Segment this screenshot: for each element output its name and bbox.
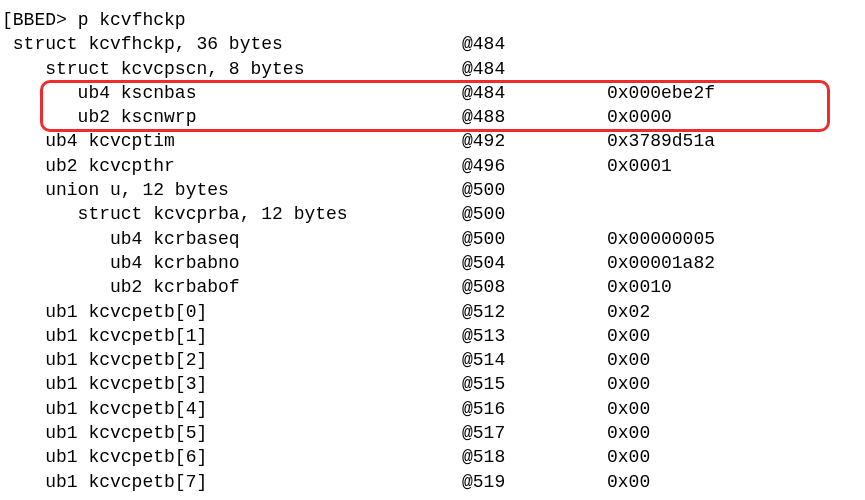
field-value: 0x3789d51a bbox=[607, 129, 715, 153]
output-row: ub1 kcvcpetb[5]@5170x00 bbox=[2, 421, 865, 445]
field-offset: @515 bbox=[462, 372, 607, 396]
field-value: 0x00000005 bbox=[607, 227, 715, 251]
output-row: ub2 kscnwrp@4880x0000 bbox=[2, 105, 865, 129]
output-row: ub4 kcrbabno@5040x00001a82 bbox=[2, 251, 865, 275]
field-offset: @508 bbox=[462, 275, 607, 299]
bracket: [ bbox=[2, 10, 13, 30]
output-row: ub4 kscnbas@4840x000ebe2f bbox=[2, 81, 865, 105]
field-name: ub2 kscnwrp bbox=[2, 105, 462, 129]
output-row: struct kcvfhckp, 36 bytes@484 bbox=[2, 32, 865, 56]
struct-dump: struct kcvfhckp, 36 bytes@484 struct kcv… bbox=[2, 32, 865, 494]
field-offset: @504 bbox=[462, 251, 607, 275]
field-name: ub1 kcvcpetb[2] bbox=[2, 348, 462, 372]
field-name: ub4 kcvcptim bbox=[2, 129, 462, 153]
output-row: ub1 kcvcpetb[1]@5130x00 bbox=[2, 324, 865, 348]
field-offset: @496 bbox=[462, 154, 607, 178]
field-name: struct kcvcpscn, 8 bytes bbox=[2, 57, 462, 81]
field-offset: @513 bbox=[462, 324, 607, 348]
field-offset: @500 bbox=[462, 227, 607, 251]
field-offset: @514 bbox=[462, 348, 607, 372]
field-offset: @500 bbox=[462, 202, 607, 226]
field-offset: @512 bbox=[462, 300, 607, 324]
field-value: 0x00001a82 bbox=[607, 251, 715, 275]
field-name: ub4 kscnbas bbox=[2, 81, 462, 105]
field-name: ub4 kcrbabno bbox=[2, 251, 462, 275]
field-name: struct kcvcprba, 12 bytes bbox=[2, 202, 462, 226]
field-name: struct kcvfhckp, 36 bytes bbox=[2, 32, 462, 56]
field-name: ub4 kcrbaseq bbox=[2, 227, 462, 251]
output-row: ub1 kcvcpetb[2]@5140x00 bbox=[2, 348, 865, 372]
field-offset: @518 bbox=[462, 445, 607, 469]
output-row: ub1 kcvcpetb[6]@5180x00 bbox=[2, 445, 865, 469]
field-offset: @484 bbox=[462, 57, 607, 81]
field-offset: @519 bbox=[462, 470, 607, 494]
output-row: ub1 kcvcpetb[7]@5190x00 bbox=[2, 470, 865, 494]
field-value: 0x00 bbox=[607, 372, 650, 396]
field-name: ub1 kcvcpetb[4] bbox=[2, 397, 462, 421]
field-value: 0x00 bbox=[607, 397, 650, 421]
field-name: ub1 kcvcpetb[1] bbox=[2, 324, 462, 348]
field-value: 0x000ebe2f bbox=[607, 81, 715, 105]
field-offset: @517 bbox=[462, 421, 607, 445]
field-offset: @516 bbox=[462, 397, 607, 421]
output-row: ub1 kcvcpetb[3]@5150x00 bbox=[2, 372, 865, 396]
field-name: ub2 kcvcpthr bbox=[2, 154, 462, 178]
field-name: ub1 kcvcpetb[6] bbox=[2, 445, 462, 469]
field-offset: @500 bbox=[462, 178, 607, 202]
field-value: 0x02 bbox=[607, 300, 650, 324]
output-row: struct kcvcprba, 12 bytes@500 bbox=[2, 202, 865, 226]
field-value: 0x00 bbox=[607, 421, 650, 445]
command-line: [BBED> p kcvfhckp bbox=[2, 8, 865, 32]
field-name: ub1 kcvcpetb[3] bbox=[2, 372, 462, 396]
field-name: ub1 kcvcpetb[5] bbox=[2, 421, 462, 445]
field-value: 0x00 bbox=[607, 324, 650, 348]
field-name: ub1 kcvcpetb[7] bbox=[2, 470, 462, 494]
field-value: 0x0000 bbox=[607, 105, 672, 129]
field-value: 0x0001 bbox=[607, 154, 672, 178]
field-offset: @484 bbox=[462, 81, 607, 105]
field-offset: @492 bbox=[462, 129, 607, 153]
output-row: ub2 kcvcpthr@4960x0001 bbox=[2, 154, 865, 178]
output-row: ub1 kcvcpetb[4]@5160x00 bbox=[2, 397, 865, 421]
output-row: ub4 kcrbaseq@5000x00000005 bbox=[2, 227, 865, 251]
field-name: union u, 12 bytes bbox=[2, 178, 462, 202]
output-row: ub2 kcrbabof@5080x0010 bbox=[2, 275, 865, 299]
command-text: p kcvfhckp bbox=[78, 10, 186, 30]
output-row: ub4 kcvcptim@4920x3789d51a bbox=[2, 129, 865, 153]
terminal-output: [BBED> p kcvfhckp struct kcvfhckp, 36 by… bbox=[0, 0, 865, 500]
field-name: ub1 kcvcpetb[0] bbox=[2, 300, 462, 324]
output-row: ub1 kcvcpetb[0]@5120x02 bbox=[2, 300, 865, 324]
field-value: 0x00 bbox=[607, 470, 650, 494]
field-offset: @484 bbox=[462, 32, 607, 56]
field-name: ub2 kcrbabof bbox=[2, 275, 462, 299]
field-value: 0x00 bbox=[607, 445, 650, 469]
field-offset: @488 bbox=[462, 105, 607, 129]
prompt: BBED> bbox=[13, 10, 78, 30]
field-value: 0x00 bbox=[607, 348, 650, 372]
field-value: 0x0010 bbox=[607, 275, 672, 299]
output-row: union u, 12 bytes@500 bbox=[2, 178, 865, 202]
output-row: struct kcvcpscn, 8 bytes@484 bbox=[2, 57, 865, 81]
